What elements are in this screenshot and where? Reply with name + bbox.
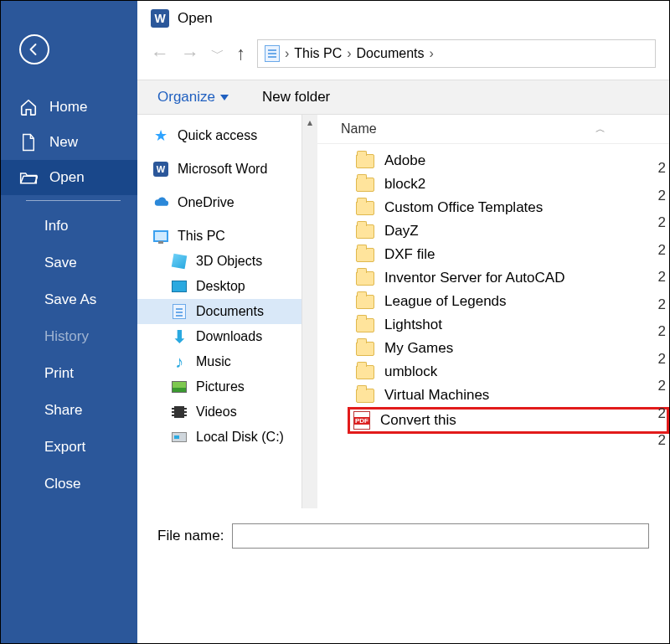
- file-name-label: My Games: [384, 340, 453, 357]
- date-cell-partial: 2: [658, 240, 666, 261]
- file-list-pane: Name ︿ Adobeblock2Custom Office Template…: [317, 115, 669, 508]
- file-row-folder[interactable]: umblock: [353, 360, 669, 384]
- nav-onedrive[interactable]: OneDrive: [137, 190, 302, 215]
- nav-item-label: Desktop: [196, 279, 245, 294]
- nav-item-label: Downloads: [196, 329, 262, 344]
- date-cell-partial: 2: [658, 349, 666, 370]
- file-row-folder[interactable]: League of Legends: [353, 290, 669, 313]
- nav-item-label: This PC: [178, 229, 225, 244]
- file-row-folder[interactable]: Custom Office Templates: [353, 196, 669, 219]
- videos-icon: [171, 404, 188, 420]
- address-bar[interactable]: › This PC › Documents ›: [257, 39, 656, 68]
- date-cell-partial: 2: [658, 158, 666, 179]
- word-backstage-sidebar: Home New Open Info Save Save As History …: [1, 1, 137, 643]
- folder-icon: [356, 365, 374, 379]
- file-row-folder[interactable]: My Games: [353, 337, 669, 360]
- nav-up-button[interactable]: ↑: [236, 43, 245, 64]
- chevron-right-icon: ›: [347, 46, 351, 61]
- filename-row: File name:: [137, 508, 669, 549]
- date-cell-partial: 2: [658, 186, 666, 207]
- filename-input[interactable]: [232, 523, 649, 549]
- chevron-right-icon: ›: [285, 46, 289, 61]
- sidebar-item-export[interactable]: Export: [1, 429, 137, 466]
- open-folder-icon: [19, 168, 38, 187]
- file-row-folder[interactable]: Lightshot: [353, 313, 669, 337]
- this-pc-icon: [152, 228, 169, 245]
- nav-music[interactable]: ♪ Music: [137, 349, 302, 374]
- sidebar-item-close[interactable]: Close: [1, 466, 137, 502]
- date-cell-partial: 2: [658, 267, 666, 288]
- sidebar-divider: [26, 200, 121, 201]
- sidebar-item-print[interactable]: Print: [1, 355, 137, 392]
- scroll-up-icon[interactable]: ▴: [302, 115, 317, 130]
- file-name-label: DayZ: [384, 223, 419, 240]
- nav-item-label: Microsoft Word: [178, 162, 267, 177]
- nav-back-button[interactable]: ←: [151, 43, 169, 64]
- nav-forward-button[interactable]: →: [181, 43, 199, 64]
- filename-label: File name:: [157, 528, 224, 544]
- dialog-nav-row: ← → ﹀ ↑ › This PC › Documents ›: [137, 36, 669, 80]
- sidebar-item-save[interactable]: Save: [1, 245, 137, 281]
- column-header-name[interactable]: Name: [341, 121, 377, 137]
- organize-label: Organize: [157, 89, 215, 106]
- breadcrumb-segment[interactable]: This PC: [294, 46, 342, 61]
- sidebar-item-new[interactable]: New: [1, 125, 137, 160]
- onedrive-icon: [152, 194, 169, 211]
- nav-local-disk-c[interactable]: Local Disk (C:): [137, 425, 302, 450]
- nav-scrollbar[interactable]: ▴: [302, 115, 317, 508]
- folder-icon: [356, 389, 374, 403]
- sidebar-item-open[interactable]: Open: [1, 160, 137, 195]
- date-cell-partial: 2: [658, 430, 666, 451]
- nav-videos[interactable]: Videos: [137, 399, 302, 425]
- word-icon: W: [152, 161, 169, 178]
- navigation-pane: ★ Quick access W Microsoft Word OneDrive…: [137, 115, 302, 508]
- file-row-folder[interactable]: Virtual Machines: [353, 384, 669, 407]
- new-folder-button[interactable]: New folder: [262, 89, 330, 106]
- nav-item-label: Videos: [196, 404, 237, 420]
- file-row-folder[interactable]: Inventor Server for AutoCAD: [353, 266, 669, 290]
- pictures-icon: [171, 379, 188, 395]
- documents-icon: [171, 303, 188, 320]
- sidebar-item-save-as[interactable]: Save As: [1, 281, 137, 318]
- music-icon: ♪: [171, 353, 188, 370]
- folder-icon: [356, 271, 374, 286]
- file-name-label: block2: [384, 176, 425, 193]
- sidebar-item-label: New: [49, 134, 78, 151]
- nav-documents[interactable]: Documents: [137, 299, 302, 324]
- nav-downloads[interactable]: ⬇ Downloads: [137, 324, 302, 349]
- organize-dropdown[interactable]: Organize: [157, 89, 229, 106]
- nav-item-label: Quick access: [178, 128, 257, 143]
- nav-this-pc[interactable]: This PC: [137, 224, 302, 249]
- nav-desktop[interactable]: Desktop: [137, 274, 302, 299]
- file-row-folder[interactable]: DXF file: [353, 243, 669, 266]
- folder-icon: [356, 201, 374, 215]
- nav-item-label: 3D Objects: [196, 254, 262, 269]
- nav-item-label: Documents: [196, 304, 264, 319]
- file-row-folder[interactable]: block2: [353, 173, 669, 196]
- sidebar-item-info[interactable]: Info: [1, 208, 137, 245]
- documents-icon: [265, 45, 280, 62]
- nav-quick-access[interactable]: ★ Quick access: [137, 123, 302, 148]
- new-file-icon: [19, 133, 38, 152]
- sort-indicator-icon[interactable]: ︿: [595, 122, 606, 137]
- file-row-pdf[interactable]: PDFConvert this: [348, 407, 669, 434]
- nav-3d-objects[interactable]: 3D Objects: [137, 249, 302, 274]
- chevron-right-icon: ›: [429, 46, 433, 61]
- nav-microsoft-word[interactable]: W Microsoft Word: [137, 157, 302, 182]
- folder-icon: [356, 295, 374, 309]
- dialog-title: Open: [178, 10, 213, 27]
- nav-item-label: OneDrive: [178, 195, 234, 210]
- sidebar-item-label: Home: [49, 99, 87, 116]
- file-row-folder[interactable]: Adobe: [353, 149, 669, 173]
- folder-icon: [356, 342, 374, 356]
- sidebar-item-share[interactable]: Share: [1, 392, 137, 429]
- file-row-folder[interactable]: DayZ: [353, 219, 669, 243]
- breadcrumb-segment[interactable]: Documents: [357, 46, 425, 61]
- home-icon: [19, 98, 38, 116]
- date-cell-partial: 2: [658, 376, 666, 397]
- folder-icon: [356, 154, 374, 168]
- sidebar-item-home[interactable]: Home: [1, 90, 137, 125]
- nav-pictures[interactable]: Pictures: [137, 374, 302, 399]
- back-button[interactable]: [19, 34, 49, 64]
- date-cell-partial: 2: [658, 322, 666, 343]
